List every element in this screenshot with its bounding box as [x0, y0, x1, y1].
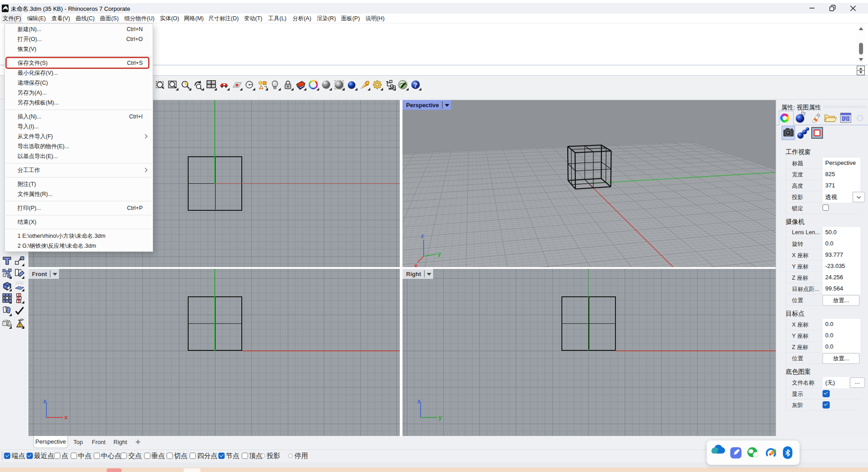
svg-text:?: ?: [414, 82, 417, 89]
svg-text:x: x: [414, 262, 418, 267]
svg-text:y: y: [438, 250, 441, 257]
svg-text:z: z: [43, 399, 46, 404]
svg-text:z: z: [417, 399, 420, 404]
svg-text:?: ?: [845, 117, 847, 121]
svg-text:y: y: [439, 414, 442, 421]
svg-text:x: x: [64, 414, 68, 421]
svg-text:z: z: [421, 232, 424, 239]
